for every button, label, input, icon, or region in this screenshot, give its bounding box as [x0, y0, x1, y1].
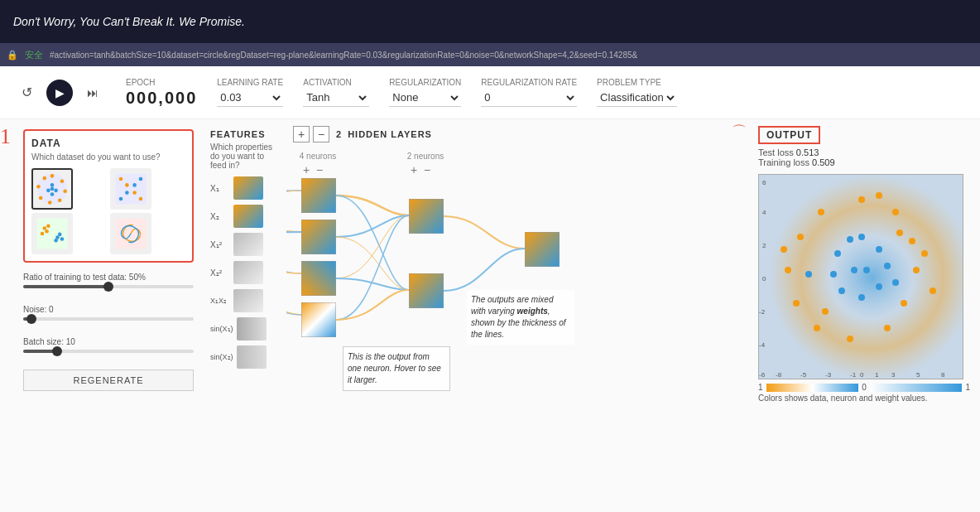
svg-point-5 — [48, 200, 52, 205]
feature-sinx2-box[interactable] — [237, 345, 267, 369]
axis-x-0: 0 — [860, 371, 864, 379]
feature-x1sq-box[interactable] — [233, 233, 263, 256]
feature-x2sq-box[interactable] — [233, 261, 263, 284]
controls-bar: ↺ ▶ ⏭ Epoch 000,000 Learning rate 0.03 0… — [0, 66, 980, 119]
dot — [793, 300, 800, 307]
batch-slider-track[interactable] — [23, 350, 194, 353]
noise-section: Noise: 0 — [23, 302, 194, 327]
svg-point-3 — [63, 189, 67, 193]
l1-remove[interactable]: − — [316, 163, 323, 176]
feature-x1sq-label: X₁² — [210, 240, 230, 249]
problem-type-label: Problem type — [597, 78, 677, 87]
dot — [896, 229, 903, 236]
data-panel: DATA Which dataset do you want to use? — [13, 119, 204, 512]
features-subtitle: Which properties do you want to feed in? — [210, 142, 280, 170]
dot — [876, 192, 882, 199]
dot — [851, 267, 858, 273]
l1-neuron2[interactable] — [301, 220, 336, 254]
dot — [785, 267, 791, 273]
activation-select[interactable]: Tanh ReLU Sigmoid Linear — [303, 89, 369, 107]
output-stats: Test loss 0.513 Training loss 0.509 — [758, 147, 970, 167]
l2-neuron1[interactable] — [409, 199, 444, 234]
test-loss: Test loss 0.513 — [758, 147, 970, 157]
tooltip1-text: This is the output from one neuron. Hove… — [348, 352, 441, 384]
reset-button[interactable]: ↺ — [13, 80, 40, 106]
l2-remove[interactable]: − — [424, 163, 430, 176]
network-svg: 4 neurons 2 neurons + − + − — [293, 149, 735, 398]
data-box: DATA Which dataset do you want to use? — [23, 129, 194, 263]
connections-l2-output — [444, 216, 525, 291]
axis-x-5: 5 — [916, 371, 920, 379]
learning-rate-label: Learning rate — [217, 78, 283, 87]
remove-layer-button[interactable]: − — [313, 126, 329, 142]
step3-marker: ⌒ — [732, 124, 747, 139]
lock-label: 安全 — [25, 49, 43, 61]
dot — [921, 250, 928, 257]
l1-neuron1[interactable] — [301, 178, 336, 213]
svg-point-19 — [125, 183, 129, 187]
output-title: OUTPUT — [758, 126, 820, 144]
top-bar-text: Don't Worry, You Can't Break It. We Prom… — [13, 15, 245, 28]
noise-thumb[interactable] — [26, 314, 36, 324]
svg-point-7 — [36, 185, 41, 189]
feature-sinx1: sin(X₁) — [210, 317, 280, 341]
step-button[interactable]: ⏭ — [79, 80, 106, 106]
ratio-slider-track[interactable] — [23, 285, 194, 288]
dot — [858, 196, 865, 203]
dataset-gaussian[interactable] — [31, 213, 73, 254]
dataset-spiral[interactable] — [110, 213, 151, 254]
dot — [805, 271, 812, 278]
epoch-group: Epoch 000,000 — [126, 78, 197, 108]
reg-rate-select[interactable]: 0 0.001 0.003 0.01 0.03 0.1 0.3 1 3 10 — [481, 89, 577, 107]
noise-label: Noise: 0 — [23, 305, 194, 314]
feature-x2-box[interactable] — [233, 205, 263, 228]
ratio-thumb[interactable] — [103, 282, 113, 292]
l1-neuron3[interactable] — [301, 261, 336, 296]
feature-sinx2: sin(X₂) — [210, 345, 280, 369]
axis-x-n5: -5 — [800, 371, 807, 379]
axis-x-8: 8 — [941, 371, 945, 379]
color-scale: 1 0 1 — [758, 383, 970, 392]
play-button[interactable]: ▶ — [46, 80, 73, 106]
color-min-label: 1 — [758, 383, 763, 392]
output-neuron[interactable] — [525, 232, 560, 267]
svg-point-31 — [60, 237, 65, 241]
l1-neuron4[interactable] — [301, 302, 336, 337]
svg-point-10 — [54, 189, 58, 193]
noise-slider-track[interactable] — [23, 317, 194, 321]
dot — [838, 287, 845, 294]
ratio-label: Ratio of training to test data: 50% — [23, 273, 194, 282]
dot — [858, 294, 865, 301]
feature-x1-box[interactable] — [233, 176, 263, 200]
l1-add[interactable]: + — [303, 163, 310, 176]
svg-rect-33 — [759, 175, 963, 379]
data-title: DATA — [31, 138, 185, 149]
batch-thumb[interactable] — [52, 346, 62, 356]
colors-desc: Colors shows data, neuron and weight val… — [758, 394, 970, 403]
lock-icon: 🔒 — [7, 50, 18, 60]
layer2-neurons — [409, 199, 444, 308]
batch-section: Batch size: 10 — [23, 334, 194, 360]
connections-l1-l2 — [336, 196, 409, 320]
l2-neuron2[interactable] — [409, 273, 444, 308]
add-layer-button[interactable]: + — [293, 126, 310, 142]
feature-x1x2-box[interactable] — [233, 289, 263, 312]
network-header: + − 2 HIDDEN LAYERS — [293, 126, 735, 142]
svg-point-20 — [132, 183, 137, 187]
l2-add[interactable]: + — [411, 163, 417, 176]
regularization-select[interactable]: None L1 L2 — [389, 89, 461, 107]
url-text: #activation=tanh&batchSize=10&dataset=ci… — [50, 51, 637, 60]
feature-x1-label: X₁ — [210, 184, 230, 193]
top-bar: Don't Worry, You Can't Break It. We Prom… — [0, 0, 980, 43]
svg-point-9 — [50, 183, 55, 187]
learning-rate-select[interactable]: 0.03 0.01 0.001 0.1 1 3 10 — [217, 89, 283, 107]
feature-x1: X₁ — [210, 176, 280, 200]
dataset-exclusive-or[interactable] — [110, 168, 151, 210]
regenerate-button[interactable]: REGENERATE — [23, 370, 194, 391]
svg-point-18 — [139, 197, 143, 201]
dot — [834, 250, 841, 257]
svg-point-15 — [119, 177, 123, 181]
problem-type-select[interactable]: Classification Regression — [597, 89, 677, 107]
dataset-circle[interactable] — [31, 168, 73, 210]
feature-sinx1-box[interactable] — [237, 317, 267, 341]
